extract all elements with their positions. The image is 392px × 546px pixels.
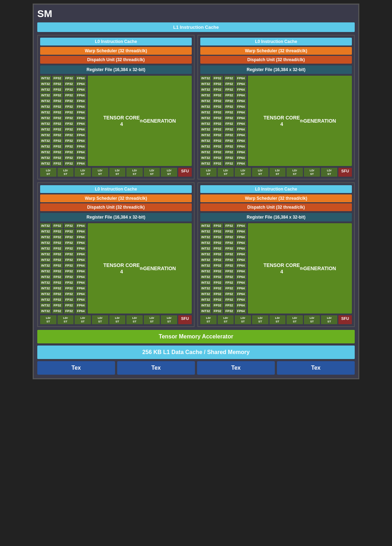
alu-cell: FP64 <box>76 87 86 92</box>
alu-tensor-2: INT32INT32INT32INT32INT32INT32INT32INT32… <box>200 76 352 166</box>
register-file-3: Register File (16,384 x 32-bit) <box>40 213 192 221</box>
sub-unit-1: L0 Instruction Cache Warp Scheduler (32 … <box>37 35 195 180</box>
dispatch-unit-1: Dispatch Unit (32 thread/clk) <box>40 56 192 64</box>
sub-unit-3: L0 Instruction Cache Warp Scheduler (32 … <box>37 182 195 327</box>
alu-cell: INT32 <box>40 121 51 126</box>
l1-data-cache: 256 KB L1 Data Cache / Shared Memory <box>37 346 355 359</box>
alu-cell: FP32 <box>52 138 63 143</box>
alu-cell: FP32 <box>64 144 75 149</box>
ldst-sfu-row-3: LD/ST LD/ST LD/ST LD/ST LD/ST LD/ST LD/S… <box>40 315 192 324</box>
alu-cell: INT32 <box>40 138 51 143</box>
tex-cell-3: Tex <box>197 361 275 375</box>
ldst-cell: LD/ST <box>109 168 126 177</box>
register-file-2: Register File (16,384 x 32-bit) <box>200 65 352 74</box>
alu-cell: FP32 <box>52 127 63 132</box>
alu-cell: FP32 <box>52 144 63 149</box>
alu-cell: INT32 <box>40 87 51 92</box>
alu-cell: FP64 <box>76 138 86 143</box>
tex-cell-4: Tex <box>277 361 355 375</box>
alu-tensor-3: INT32INT32INT32INT32INT32INT32INT32INT32… <box>40 223 192 314</box>
alu-cell: INT32 <box>40 104 51 109</box>
alu-cell: INT32 <box>40 133 51 138</box>
alu-cell: FP64 <box>76 98 86 103</box>
alu-tensor-4: INT32INT32INT32INT32INT32INT32INT32INT32… <box>200 223 352 314</box>
ldst-cell: LD/ST <box>40 168 56 177</box>
alu-cell: FP32 <box>52 104 63 109</box>
fp64-col-1: FP64FP64FP64FP64FP64FP64FP64FP64FP64FP64… <box>76 76 86 166</box>
alu-cell: FP32 <box>64 127 75 132</box>
alu-cell: FP64 <box>76 144 86 149</box>
alu-tensor-1: INT32INT32INT32INT32INT32INT32INT32INT32… <box>40 76 192 166</box>
alu-cell: INT32 <box>40 116 51 121</box>
tensor-core-2: TENSOR CORE4th GENERATION <box>248 76 352 166</box>
alu-cell: INT32 <box>40 93 51 98</box>
alu-cell: FP64 <box>76 133 86 138</box>
alu-cell: FP64 <box>76 155 86 160</box>
dispatch-unit-2: Dispatch Unit (32 thread/clk) <box>200 56 352 64</box>
alu-cell: FP32 <box>52 76 63 81</box>
alu-cell: INT32 <box>40 127 51 132</box>
alu-cell: INT32 <box>40 161 51 166</box>
l0-cache-1: L0 Instruction Cache <box>40 38 192 46</box>
alu-cell: INT32 <box>40 81 51 86</box>
alu-cell: FP32 <box>64 121 75 126</box>
sfu-cell-2: SFU <box>338 168 352 177</box>
int32-col-2: INT32INT32INT32INT32INT32INT32INT32INT32… <box>200 76 211 166</box>
alu-cell: FP32 <box>52 155 63 160</box>
alu-cell: FP32 <box>64 76 75 81</box>
alu-cell: FP64 <box>76 104 86 109</box>
alu-cell: FP32 <box>52 133 63 138</box>
alu-cell: FP32 <box>52 150 63 155</box>
fp32b-col-1: FP32FP32FP32FP32FP32FP32FP32FP32FP32FP32… <box>64 76 75 166</box>
warp-scheduler-2: Warp Scheduler (32 thread/clk) <box>200 47 352 55</box>
tex-cell-1: Tex <box>37 361 115 375</box>
ldst-cell: LD/ST <box>75 168 91 177</box>
alu-cell: FP32 <box>64 138 75 143</box>
l0-cache-3: L0 Instruction Cache <box>40 185 192 193</box>
alu-cell: FP32 <box>52 161 63 166</box>
alu-cell: INT32 <box>40 98 51 103</box>
ldst-cell: LD/ST <box>144 168 160 177</box>
alu-cell: FP64 <box>76 93 86 98</box>
l1-instruction-cache: L1 Instruction Cache <box>37 22 355 32</box>
alu-cell: FP64 <box>76 161 86 166</box>
ldst-cell: LD/ST <box>126 168 143 177</box>
tensor-core-4: TENSOR CORE4th GENERATION <box>248 223 352 314</box>
sub-unit-2: L0 Instruction Cache Warp Scheduler (32 … <box>197 35 355 180</box>
l0-cache-2: L0 Instruction Cache <box>200 38 352 46</box>
alu-cell: FP32 <box>64 87 75 92</box>
tensor-core-1: TENSOR CORE4th GENERATION <box>88 76 192 166</box>
alu-cell: FP64 <box>76 81 86 86</box>
sfu-cell-4: SFU <box>338 315 352 324</box>
tex-row: Tex Tex Tex Tex <box>37 361 355 375</box>
alu-cell: FP32 <box>52 98 63 103</box>
register-file-1: Register File (16,384 x 32-bit) <box>40 65 192 74</box>
alu-cell: INT32 <box>40 155 51 160</box>
ldst-sfu-row-2: LD/ST LD/ST LD/ST LD/ST LD/ST LD/ST LD/S… <box>200 168 352 177</box>
register-file-4: Register File (16,384 x 32-bit) <box>200 213 352 221</box>
alu-cell: FP32 <box>52 87 63 92</box>
dispatch-unit-3: Dispatch Unit (32 thread/clk) <box>40 203 192 211</box>
sub-unit-4: L0 Instruction Cache Warp Scheduler (32 … <box>197 182 355 327</box>
sm-container: SM L1 Instruction Cache L0 Instruction C… <box>33 4 359 379</box>
ldst-cell: LD/ST <box>58 168 74 177</box>
warp-scheduler-3: Warp Scheduler (32 thread/clk) <box>40 194 192 202</box>
alu-cell: FP32 <box>64 98 75 103</box>
sfu-cell-3: SFU <box>178 315 192 324</box>
warp-scheduler-4: Warp Scheduler (32 thread/clk) <box>200 194 352 202</box>
alu-cell: FP32 <box>52 110 63 115</box>
alu-cell: FP32 <box>64 133 75 138</box>
alu-cell: FP32 <box>64 150 75 155</box>
alu-cell: FP32 <box>64 81 75 86</box>
alu-cell: FP64 <box>76 110 86 115</box>
dispatch-unit-4: Dispatch Unit (32 thread/clk) <box>200 203 352 211</box>
int32-col-1: INT32INT32INT32INT32INT32INT32INT32INT32… <box>40 76 51 166</box>
alu-cell: INT32 <box>40 144 51 149</box>
tensor-memory-accelerator: Tensor Memory Accelerator <box>37 330 355 343</box>
sm-title: SM <box>37 8 355 20</box>
alu-cell: FP64 <box>76 121 86 126</box>
alu-cell: FP32 <box>52 116 63 121</box>
alu-cell: FP32 <box>64 110 75 115</box>
alu-cell: FP32 <box>64 155 75 160</box>
tex-cell-2: Tex <box>117 361 195 375</box>
